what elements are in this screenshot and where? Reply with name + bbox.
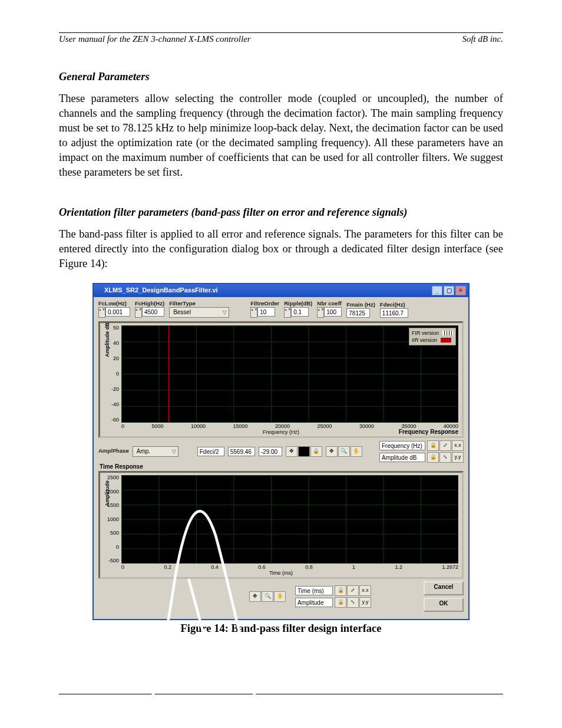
freq-chart-title: Frequency Response bbox=[399, 429, 458, 435]
spinner-icon[interactable]: ▲▼ bbox=[250, 307, 257, 318]
section-title-general: General Parameters bbox=[59, 71, 503, 83]
param-ripple: Ripple(dB) ▲▼0.1 bbox=[284, 301, 312, 318]
legend-swatch-red bbox=[441, 338, 451, 342]
freq-plot-surface[interactable]: FIR version IIR version Amplitude dB 50 … bbox=[121, 325, 458, 423]
spinner-icon[interactable]: ▲▼ bbox=[135, 307, 142, 318]
time-response-chart: Amplitude 2500 2000 1500 1000 500 0 -500… bbox=[98, 471, 464, 579]
freq-legend: FIR version IIR version bbox=[409, 328, 456, 345]
param-fmain: Fmain (Hz) 78125 bbox=[346, 302, 375, 318]
fclow-label: FcLow(Hz) bbox=[98, 301, 130, 307]
nbrcoeff-label: Nbr coeff bbox=[317, 301, 342, 307]
close-button[interactable]: × bbox=[455, 286, 466, 295]
fchigh-label: FcHigh(Hz) bbox=[135, 301, 164, 307]
fmain-label: Fmain (Hz) bbox=[346, 302, 375, 308]
spinner-icon[interactable]: ▲▼ bbox=[284, 307, 291, 318]
legend-swatch-white bbox=[442, 331, 453, 335]
spinner-icon[interactable]: ▲▼ bbox=[317, 307, 324, 318]
fchigh-input[interactable]: 4500 bbox=[142, 307, 164, 317]
maximize-button[interactable]: ▢ bbox=[444, 286, 454, 295]
legend-fir-label: FIR version bbox=[412, 330, 439, 337]
ampphase-select[interactable]: Amp. bbox=[133, 446, 178, 457]
time-y-ticks: 2500 2000 1500 1000 500 0 -500 bbox=[106, 475, 119, 564]
ripple-input[interactable]: 0.1 bbox=[291, 307, 309, 317]
header-right: Soft dB inc. bbox=[462, 34, 503, 44]
header-rule bbox=[59, 32, 503, 33]
param-filtertype: FilterType Bessel bbox=[169, 301, 229, 318]
filterorder-input[interactable]: 10 bbox=[257, 307, 275, 317]
frequency-response-chart: FIR version IIR version Amplitude dB 50 … bbox=[98, 321, 464, 438]
nbrcoeff-input[interactable]: 100 bbox=[324, 307, 342, 317]
parameter-row: FcLow(Hz) ▲▼0.001 FcHigh(Hz) ▲▼4500 Filt… bbox=[98, 301, 464, 318]
spinner-icon[interactable]: ▲▼ bbox=[98, 307, 105, 318]
section-body-general: These parameters allow selecting the con… bbox=[59, 91, 503, 180]
fmain-readout: 78125 bbox=[346, 308, 370, 318]
legend-iir-label: IIR version bbox=[412, 337, 437, 344]
filtertype-label: FilterType bbox=[169, 301, 229, 307]
time-curve bbox=[121, 475, 458, 728]
param-filterorder: FiltreOrder ▲▼10 bbox=[250, 301, 279, 318]
freq-y-ticks: 50 40 20 0 -20 -40 -60 bbox=[106, 325, 119, 423]
time-plot-surface[interactable]: Amplitude 2500 2000 1500 1000 500 0 -500 bbox=[121, 475, 458, 564]
fclow-input[interactable]: 0.001 bbox=[105, 307, 130, 317]
filterorder-label: FiltreOrder bbox=[250, 301, 279, 307]
filtertype-select[interactable]: Bessel bbox=[169, 307, 229, 318]
section-body-orientation: The band-pass filter is applied to all e… bbox=[59, 227, 503, 271]
fdeci-label: Fdeci(Hz) bbox=[380, 302, 408, 308]
ripple-label: Ripple(dB) bbox=[284, 301, 312, 307]
header-left: User manual for the ZEN 3-channel X-LMS … bbox=[59, 34, 251, 44]
param-fclow: FcLow(Hz) ▲▼0.001 bbox=[98, 301, 130, 318]
section-title-orientation: Orientation filter parameters (band-pass… bbox=[59, 206, 503, 219]
window-titlebar[interactable]: XLMS_SR2_DesignBandPassFilter.vi _ ▢ × bbox=[94, 284, 468, 297]
fdeci-readout: 11160.7 bbox=[380, 308, 408, 318]
param-nbrcoeff: Nbr coeff ▲▼100 bbox=[317, 301, 342, 318]
page-header: User manual for the ZEN 3-channel X-LMS … bbox=[59, 34, 503, 44]
labview-window: XLMS_SR2_DesignBandPassFilter.vi _ ▢ × F… bbox=[92, 283, 470, 621]
window-title: XLMS_SR2_DesignBandPassFilter.vi bbox=[96, 287, 431, 294]
param-fchigh: FcHigh(Hz) ▲▼4500 bbox=[135, 301, 164, 318]
param-fdeci: Fdeci(Hz) 11160.7 bbox=[380, 302, 408, 318]
minimize-button[interactable]: _ bbox=[432, 286, 442, 295]
